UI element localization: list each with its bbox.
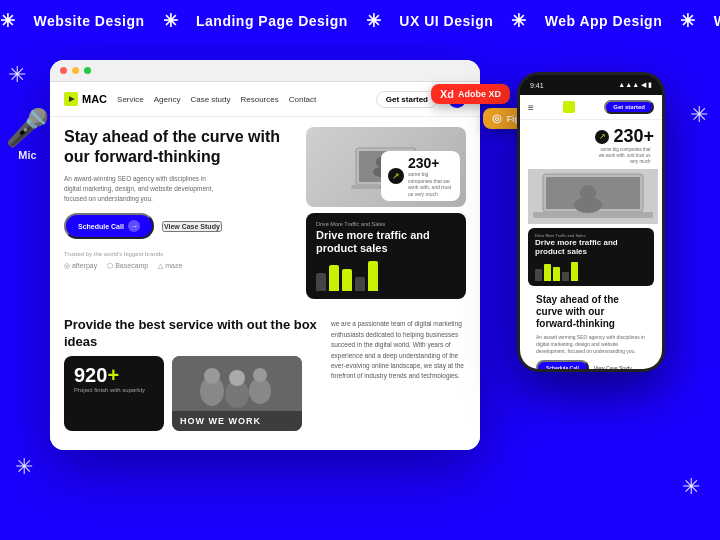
section2: Provide the best service with out the bo… bbox=[50, 309, 480, 439]
sales-card-title: Drive more traffic and product sales bbox=[316, 229, 456, 255]
svg-point-12 bbox=[253, 368, 267, 382]
minimize-dot bbox=[72, 67, 79, 74]
browser-content: ▶ MAC Service Agency Case study Resource… bbox=[50, 82, 480, 450]
phone-sales-card: Drive More Traffic and Sales Drive more … bbox=[528, 228, 654, 286]
project-count-card: 920+ Project finish with superbly bbox=[64, 356, 164, 431]
ticker-item-3: UX UI Design bbox=[399, 13, 493, 29]
phone-mockup: 9:41 ▲▲▲ ◀ ▮ ≡ Get started ↗ 230+ some b… bbox=[517, 72, 665, 372]
main-area: ✳ ✳ ✳ ✳ 🎤 Mic ▶ MAC Service Agency Case … bbox=[0, 42, 720, 540]
ticker-star-3: ✳ bbox=[366, 10, 382, 32]
nav-case[interactable]: Case study bbox=[190, 95, 230, 104]
hero-buttons: Schedule Call → View Case Study bbox=[64, 213, 294, 239]
adobe-label: Adobe XD bbox=[458, 89, 501, 99]
phone-schedule-button[interactable]: Schedule Call bbox=[536, 360, 589, 369]
phone-big-title: Stay ahead of the curve with our forward… bbox=[528, 290, 654, 334]
trusted-label: Trusted by the world's biggest brands bbox=[64, 251, 294, 257]
schedule-call-button[interactable]: Schedule Call → bbox=[64, 213, 154, 239]
nav-links[interactable]: Service Agency Case study Resources Cont… bbox=[117, 95, 366, 104]
ticker-item-4: Web App Design bbox=[545, 13, 662, 29]
phone-get-started-button[interactable]: Get started bbox=[604, 100, 654, 114]
ticker-star-1: ✳ bbox=[0, 10, 16, 32]
phone-laptop-image bbox=[528, 169, 654, 224]
phone-signal: ▲▲▲ ◀ ▮ bbox=[618, 81, 652, 89]
phone-bar-chart bbox=[535, 261, 647, 281]
ticker-star-2: ✳ bbox=[163, 10, 179, 32]
arrow-icon: → bbox=[128, 220, 140, 232]
adobe-xd-badge: Xd Adobe XD bbox=[431, 84, 510, 104]
phone-stat-row: ↗ 230+ some big companies that we work w… bbox=[528, 126, 654, 165]
bar-item bbox=[329, 265, 339, 291]
ticker-content: ✳ Website Design ✳ Landing Page Design ✳… bbox=[0, 10, 720, 32]
deco-star-2: ✳ bbox=[690, 102, 708, 128]
bar-item bbox=[316, 273, 326, 291]
bar-item bbox=[355, 277, 365, 291]
close-dot bbox=[60, 67, 67, 74]
nav-service[interactable]: Service bbox=[117, 95, 144, 104]
site-nav: ▶ MAC Service Agency Case study Resource… bbox=[50, 82, 480, 117]
site-logo: ▶ MAC bbox=[64, 92, 107, 106]
section2-title: Provide the best service with out the bo… bbox=[64, 317, 319, 350]
phone-cta-row: Schedule Call View Case Study bbox=[528, 355, 654, 369]
nav-contact[interactable]: Contact bbox=[289, 95, 317, 104]
nav-agency[interactable]: Agency bbox=[154, 95, 181, 104]
maximize-dot bbox=[84, 67, 91, 74]
phone-bar-item bbox=[535, 269, 542, 281]
hero-title: Stay ahead of the curve with our forward… bbox=[64, 127, 294, 167]
phone-laptop-svg bbox=[528, 169, 658, 224]
phone-bar-item bbox=[562, 272, 569, 281]
hero-desc: An award-winning SEO agency with discipl… bbox=[64, 174, 224, 203]
trend-icon: ↗ bbox=[388, 168, 404, 184]
ticker-item-1: Website Design bbox=[34, 13, 145, 29]
sales-card: Drive More Traffic and Sales Drive more … bbox=[306, 213, 466, 299]
hero-image: ↗ 230+ some big companies that we work w… bbox=[306, 127, 466, 207]
ticker-bar: ✳ Website Design ✳ Landing Page Design ✳… bbox=[0, 0, 720, 42]
figma-icon: ◎ bbox=[492, 112, 502, 125]
phone-notch: 9:41 ▲▲▲ ◀ ▮ bbox=[520, 75, 662, 95]
section2-left: Provide the best service with out the bo… bbox=[64, 317, 319, 431]
svg-rect-16 bbox=[533, 212, 653, 218]
logo-text: MAC bbox=[82, 93, 107, 105]
phone-view-link[interactable]: View Case Study bbox=[594, 365, 632, 369]
phone-sales-title: Drive more traffic and product sales bbox=[535, 238, 647, 257]
how-overlay: HOW WE WORK bbox=[172, 411, 302, 431]
project-label: Project finish with superbly bbox=[74, 387, 154, 393]
deco-star-4: ✳ bbox=[682, 474, 700, 500]
ticker-star-4: ✳ bbox=[511, 10, 527, 32]
phone-screen: ≡ Get started ↗ 230+ some big companies … bbox=[520, 95, 662, 369]
hero-left: Stay ahead of the curve with our forward… bbox=[64, 127, 294, 299]
mic-area: 🎤 Mic bbox=[0, 84, 55, 184]
sales-card-label: Drive More Traffic and Sales bbox=[316, 221, 456, 227]
logo-maze: △ maze bbox=[158, 262, 182, 270]
stat-text: some big companies that we work with, an… bbox=[408, 171, 453, 197]
stat-number: 230+ bbox=[408, 155, 453, 171]
get-started-button[interactable]: Get started bbox=[376, 91, 438, 108]
logo-icon: ▶ bbox=[64, 92, 78, 106]
phone-hero: ↗ 230+ some big companies that we work w… bbox=[520, 120, 662, 369]
phone-desc: An award winning SEO agency with discipl… bbox=[528, 334, 654, 355]
schedule-call-label: Schedule Call bbox=[78, 223, 124, 230]
bar-chart bbox=[316, 261, 456, 291]
phone-stat-text: some big companies that we work with, an… bbox=[595, 147, 650, 165]
svg-point-11 bbox=[229, 370, 245, 386]
hero-section: Stay ahead of the curve with our forward… bbox=[50, 117, 480, 309]
stat-badge: ↗ 230+ some big companies that we work w… bbox=[381, 151, 460, 201]
bar-item bbox=[342, 269, 352, 291]
nav-resources[interactable]: Resources bbox=[240, 95, 278, 104]
deco-star-3: ✳ bbox=[15, 454, 33, 480]
ticker-item-5: Website Design bbox=[714, 13, 720, 29]
ticker-star-5: ✳ bbox=[680, 10, 696, 32]
bar-item bbox=[368, 261, 378, 291]
browser-bar bbox=[50, 60, 480, 82]
view-case-button[interactable]: View Case Study bbox=[162, 221, 222, 232]
project-number: 920+ bbox=[74, 364, 154, 387]
phone-nav: ≡ Get started bbox=[520, 95, 662, 120]
phone-bar-item bbox=[544, 264, 551, 281]
phone-stat-number: 230+ bbox=[613, 126, 654, 147]
section2-right: we are a passionate team of digital mark… bbox=[331, 317, 466, 431]
phone-menu-icon[interactable]: ≡ bbox=[528, 102, 534, 113]
how-we-work-card: HOW WE WORK bbox=[172, 356, 302, 431]
adobe-icon: Xd bbox=[440, 88, 454, 100]
how-we-work-label: HOW WE WORK bbox=[180, 416, 294, 426]
phone-logo-icon bbox=[563, 101, 575, 113]
phone-bar-item bbox=[553, 267, 560, 281]
